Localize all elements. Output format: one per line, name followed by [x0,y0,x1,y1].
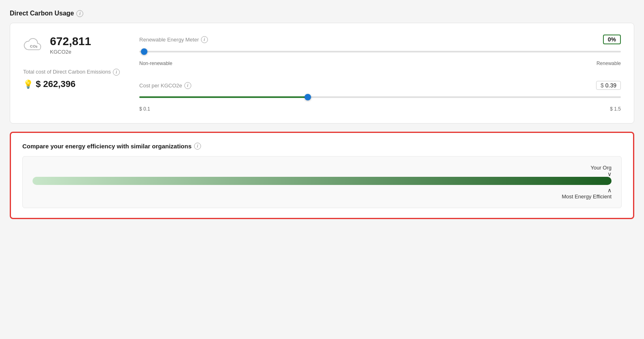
right-panel: Renewable Energy Meter i 0% Non-renewabl… [139,35,621,112]
cost-value: 💡 $ 262,396 [23,79,120,89]
carbon-card-inner: CO₂ 672,811 KGCO2e Total cost of Direct … [23,35,621,112]
cost-dollar-prefix: $ [601,82,604,89]
cost-block: Total cost of Direct Carbon Emissions i … [23,69,120,89]
co2-value: 672,811 [50,35,91,48]
renewable-meter-slider-wrapper[interactable] [139,48,621,56]
section-title: Direct Carbon Usage i [10,10,634,17]
cost-per-kg-slider-wrapper[interactable] [139,93,621,101]
renewable-meter-label-text: Renewable Energy Meter [139,37,199,43]
compare-inner: Your Org ∨ ∧ Most Energy Efficient [22,156,622,208]
cost-per-kg-section: Cost per KGCO2e i $ 0.39 [139,81,621,112]
renewable-meter-label: Renewable Energy Meter i [139,36,208,43]
cost-per-kg-thumb[interactable] [305,94,311,100]
most-efficient-text: Most Energy Efficient [562,193,612,200]
compare-card: Compare your energy efficiency with simi… [10,132,634,219]
cost-per-kg-fill [139,96,308,98]
renewable-meter-header: Renewable Energy Meter i 0% [139,35,621,44]
cost-per-kg-value: 0.39 [605,82,616,89]
cost-info-icon[interactable]: i [113,69,120,76]
cost-label: Total cost of Direct Carbon Emissions i [23,69,120,76]
co2-unit: KGCO2e [50,49,91,55]
direct-carbon-card: CO₂ 672,811 KGCO2e Total cost of Direct … [10,23,634,124]
cost-per-kg-value-box: $ 0.39 [596,81,621,90]
renewable-meter-value-box: 0% [603,35,621,44]
your-org-text: Your Org [590,165,612,171]
cost-per-kg-label: Cost per KGCO2e i [139,82,191,89]
most-efficient-label: ∧ Most Energy Efficient [562,187,612,200]
page-container: Direct Carbon Usage i CO₂ 672,811 KGCO2e [10,10,634,219]
chevron-up-icon: ∧ [562,187,612,193]
cost-per-kg-header: Cost per KGCO2e i $ 0.39 [139,81,621,90]
renewable-meter-track [139,51,621,52]
co2-value-block: 672,811 KGCO2e [50,35,91,55]
your-org-label: Your Org ∨ [590,165,612,177]
renewable-meter-section: Renewable Energy Meter i 0% Non-renewabl… [139,35,621,66]
cost-amount: $ 262,396 [36,79,76,89]
cost-per-kg-min-label: $ 0.1 [139,106,150,112]
svg-text:CO₂: CO₂ [30,44,37,48]
cost-label-text: Total cost of Direct Carbon Emissions [23,69,111,76]
compare-info-icon[interactable]: i [194,143,201,150]
cost-per-kg-range-labels: $ 0.1 $ 1.5 [139,106,621,112]
gradient-bar-container: Your Org ∨ ∧ Most Energy Efficient [32,165,612,200]
renewable-meter-thumb[interactable] [141,48,147,55]
left-panel: CO₂ 672,811 KGCO2e Total cost of Direct … [23,35,120,89]
bulb-icon: 💡 [23,79,33,89]
co2-block: CO₂ 672,811 KGCO2e [23,35,120,56]
chevron-down-icon: ∨ [590,171,612,177]
renewable-meter-right-label: Renewable [596,61,621,66]
cost-per-kg-track [139,96,621,98]
cost-per-kg-label-text: Cost per KGCO2e [139,83,182,89]
section-info-icon[interactable]: i [76,10,83,17]
co2-cloud-icon: CO₂ [23,35,44,56]
efficiency-gradient-bar [32,177,612,185]
compare-title: Compare your energy efficiency with simi… [22,143,622,150]
cost-per-kg-max-label: $ 1.5 [610,106,621,112]
cost-per-kg-info-icon[interactable]: i [184,82,191,89]
renewable-meter-range-labels: Non-renewable Renewable [139,61,621,66]
renewable-meter-info-icon[interactable]: i [201,36,208,43]
section-title-text: Direct Carbon Usage [10,10,74,17]
compare-title-text: Compare your energy efficiency with simi… [22,143,192,150]
renewable-meter-left-label: Non-renewable [139,61,172,66]
